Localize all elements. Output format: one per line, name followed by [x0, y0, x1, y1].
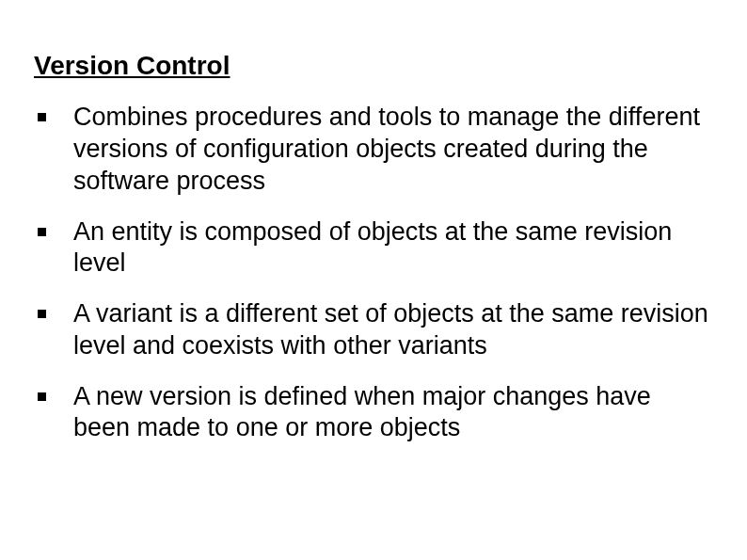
bullet-text: An entity is composed of objects at the …: [73, 217, 672, 278]
bullet-square-icon: [38, 113, 46, 121]
list-item: A new version is defined when major chan…: [34, 381, 713, 445]
slide-title: Version Control: [34, 49, 713, 83]
list-item: A variant is a different set of objects …: [34, 298, 713, 362]
list-item: An entity is composed of objects at the …: [34, 216, 713, 280]
bullet-list: Combines procedures and tools to manage …: [34, 102, 713, 444]
bullet-square-icon: [38, 310, 46, 318]
bullet-square-icon: [38, 392, 46, 401]
bullet-square-icon: [38, 228, 46, 236]
bullet-text: A variant is a different set of objects …: [73, 299, 708, 360]
bullet-text: A new version is defined when major chan…: [73, 382, 651, 442]
bullet-text: Combines procedures and tools to manage …: [73, 103, 700, 195]
slide-page: Version Control Combines procedures and …: [0, 0, 747, 497]
list-item: Combines procedures and tools to manage …: [34, 102, 713, 197]
